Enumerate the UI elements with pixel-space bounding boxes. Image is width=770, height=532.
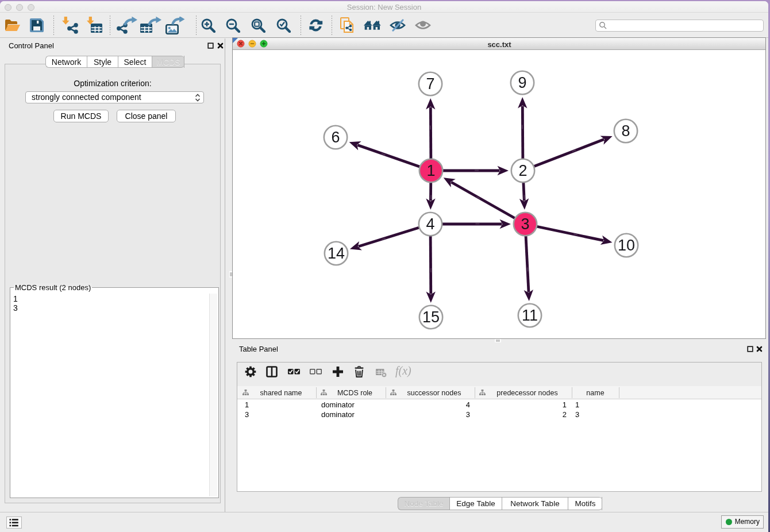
svg-text:1: 1 xyxy=(426,162,435,179)
svg-text:11: 11 xyxy=(522,307,538,324)
svg-text:2: 2 xyxy=(518,162,527,179)
svg-text:15: 15 xyxy=(422,309,440,326)
svg-text:4: 4 xyxy=(426,215,434,233)
svg-text:3: 3 xyxy=(521,215,529,233)
svg-text:7: 7 xyxy=(426,75,434,92)
svg-text:9: 9 xyxy=(518,74,526,91)
svg-text:8: 8 xyxy=(621,122,630,140)
svg-text:6: 6 xyxy=(331,129,340,146)
svg-text:14: 14 xyxy=(328,245,345,262)
svg-text:10: 10 xyxy=(618,237,635,254)
